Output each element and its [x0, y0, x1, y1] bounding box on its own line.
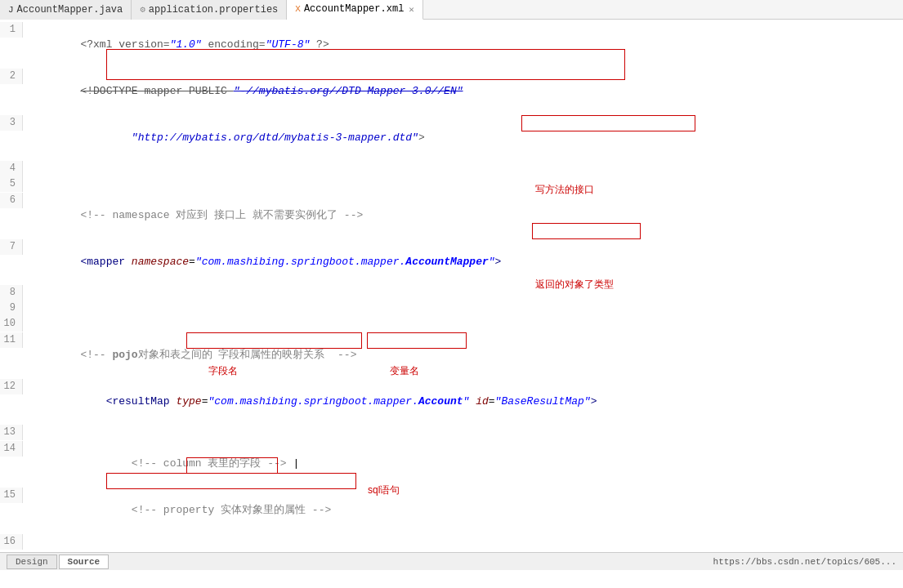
code-line-10: 10	[0, 316, 903, 332]
lc-14[interactable]: <!-- column 表里的字段 --> |	[23, 440, 299, 487]
lc-7[interactable]: <mapper namespace="com.mashibing.springb…	[23, 238, 501, 285]
code-line-1: 1 <?xml version="1.0" encoding="UTF-8" ?…	[0, 21, 903, 68]
bottom-tab-bar: Design Source	[7, 555, 109, 569]
code-line-8: 8	[0, 285, 903, 301]
code-line-6: 6 <!-- namespace 对应到 接口上 就不需要实例化了 -->	[0, 192, 903, 238]
ln-15: 15	[0, 488, 23, 503]
xml-file-icon: X	[295, 4, 301, 14]
ln-16: 16	[0, 534, 23, 550]
tab-java[interactable]: J AccountMapper.java	[0, 0, 132, 20]
ln-7: 7	[0, 239, 23, 255]
ln-5: 5	[0, 176, 23, 192]
tab-source[interactable]: Source	[59, 555, 110, 569]
ln-8: 8	[0, 285, 23, 301]
status-bar: Design Source https://bbs.csdn.net/topic…	[0, 552, 903, 570]
ln-9: 9	[0, 301, 23, 316]
ln-14: 14	[0, 441, 23, 457]
tab-props-label: application.properties	[149, 4, 278, 16]
java-file-icon: J	[8, 5, 14, 15]
code-line-11: 11 <!-- pojo对象和表之间的 字段和属性的映射关系 -->	[0, 332, 903, 378]
code-line-5: 5	[0, 176, 903, 192]
code-line-3: 3 "http://mybatis.org/dtd/mybatis-3-mapp…	[0, 114, 903, 161]
lc-15[interactable]: <!-- property 实体对象里的属性 -->	[23, 487, 331, 533]
ln-3: 3	[0, 115, 23, 131]
ln-11: 11	[0, 332, 23, 348]
code-line-9: 9	[0, 301, 903, 316]
tab-xml-close[interactable]: ✕	[409, 4, 414, 15]
code-line-2: 2 <!DOCTYPE mapper PUBLIC "-//mybatis.or…	[0, 68, 903, 114]
ln-4: 4	[0, 161, 23, 176]
tab-bar: J AccountMapper.java ⚙ application.prope…	[0, 0, 903, 20]
ln-6: 6	[0, 193, 23, 208]
code-line-15: 15 <!-- property 实体对象里的属性 -->	[0, 487, 903, 533]
tab-java-label: AccountMapper.java	[17, 4, 123, 16]
code-line-4: 4	[0, 161, 903, 176]
code-container: 1 <?xml version="1.0" encoding="UTF-8" ?…	[0, 20, 903, 570]
code-line-14: 14 <!-- column 表里的字段 --> |	[0, 440, 903, 487]
tab-props[interactable]: ⚙ application.properties	[132, 0, 287, 20]
ln-2: 2	[0, 69, 23, 84]
lc-6[interactable]: <!-- namespace 对应到 接口上 就不需要实例化了 -->	[23, 192, 363, 238]
tab-xml-label: AccountMapper.xml	[304, 3, 404, 15]
ln-13: 13	[0, 425, 23, 440]
code-line-12: 12 <resultMap type="com.mashibing.spring…	[0, 378, 903, 425]
lc-2[interactable]: <!DOCTYPE mapper PUBLIC "-//mybatis.org/…	[23, 68, 463, 114]
lc-1[interactable]: <?xml version="1.0" encoding="UTF-8" ?>	[23, 21, 329, 68]
tab-design[interactable]: Design	[7, 555, 57, 569]
code-line-7: 7 <mapper namespace="com.mashibing.sprin…	[0, 238, 903, 285]
status-right: https://bbs.csdn.net/topics/605...	[713, 557, 896, 567]
ln-10: 10	[0, 316, 23, 332]
ln-1: 1	[0, 22, 23, 38]
lc-3[interactable]: "http://mybatis.org/dtd/mybatis-3-mapper…	[23, 114, 425, 161]
tab-xml[interactable]: X AccountMapper.xml ✕	[287, 0, 423, 20]
editor-area: 1 <?xml version="1.0" encoding="UTF-8" ?…	[0, 20, 903, 570]
code-line-13: 13	[0, 425, 903, 440]
ln-12: 12	[0, 379, 23, 394]
lc-11[interactable]: <!-- pojo对象和表之间的 字段和属性的映射关系 -->	[23, 332, 356, 378]
lc-12[interactable]: <resultMap type="com.mashibing.springboo…	[23, 378, 597, 425]
props-file-icon: ⚙	[140, 4, 145, 15]
